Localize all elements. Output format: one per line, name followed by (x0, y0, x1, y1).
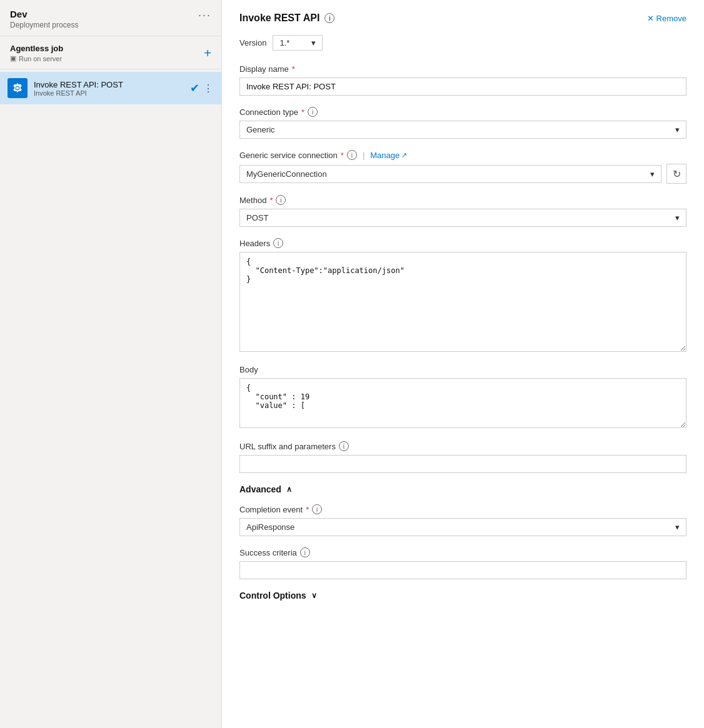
job-meta-text: Run on server (19, 55, 62, 62)
connection-value: MyGenericConnection (246, 169, 327, 179)
connection-type-info-icon[interactable]: i (308, 107, 318, 117)
remove-label: Remove (656, 14, 686, 23)
sidebar-header: Dev Deployment process ··· (0, 0, 221, 36)
task-actions: ✔ ⋮ (190, 81, 214, 95)
connection-type-select[interactable]: Generic ▾ (239, 121, 686, 139)
panel-header: Invoke REST API i ✕ Remove (239, 12, 686, 24)
manage-link[interactable]: Manage ↗ (370, 151, 407, 160)
task-item[interactable]: Invoke REST API: POST Invoke REST API ✔ … (0, 72, 221, 104)
display-name-label: Display name * (239, 64, 686, 74)
panel-title: Invoke REST API i (239, 12, 334, 24)
version-row: Version 1.* ▾ (239, 35, 686, 51)
main-panel: Invoke REST API i ✕ Remove Version 1.* ▾… (222, 0, 704, 728)
control-options-chevron-icon: ∨ (311, 591, 317, 600)
sidebar-title: Dev (10, 9, 78, 19)
control-options-label: Control Options (239, 591, 306, 601)
control-options-section-header[interactable]: Control Options ∨ (239, 591, 686, 601)
required-star: * (269, 196, 273, 205)
job-meta: ▣ Run on server (10, 54, 63, 62)
advanced-chevron-icon: ∧ (286, 485, 292, 494)
method-group: Method * i POST ▾ (239, 195, 686, 227)
required-star: * (301, 107, 304, 117)
remove-x-icon: ✕ (647, 14, 654, 23)
connection-type-value: Generic (246, 125, 275, 134)
headers-label: Headers i (239, 238, 686, 248)
sidebar-subtitle: Deployment process (10, 21, 78, 29)
headers-textarea[interactable]: { "Content-Type":"application/json" } (239, 252, 686, 352)
url-suffix-info-icon[interactable]: i (339, 441, 349, 451)
method-label: Method * i (239, 195, 686, 205)
body-group: Body { "count" : 19 "value" : [ (239, 365, 686, 430)
required-star: * (292, 64, 295, 74)
completion-event-select[interactable]: ApiResponse ▾ (239, 518, 686, 536)
add-task-button[interactable]: + (204, 46, 211, 61)
display-name-group: Display name * (239, 64, 686, 96)
required-star: * (306, 505, 309, 514)
completion-chevron-icon: ▾ (675, 522, 680, 532)
connection-type-label: Connection type * i (239, 107, 686, 117)
task-more-button[interactable]: ⋮ (203, 82, 214, 94)
method-info-icon[interactable]: i (276, 195, 286, 205)
gear-icon (12, 82, 23, 94)
body-label: Body (239, 365, 686, 374)
pipe-separator: | (363, 151, 365, 160)
completion-event-info-icon[interactable]: i (312, 504, 322, 514)
service-connection-row: MyGenericConnection ▾ ↻ (239, 164, 686, 184)
display-name-input[interactable] (239, 77, 686, 96)
headers-info-icon[interactable]: i (273, 238, 283, 248)
service-connection-select[interactable]: MyGenericConnection ▾ (239, 165, 661, 183)
generic-service-group: Generic service connection * i | Manage … (239, 150, 686, 184)
required-star: * (341, 151, 344, 160)
task-check-icon: ✔ (190, 81, 199, 95)
version-chevron-icon: ▾ (311, 38, 316, 47)
headers-group: Headers i { "Content-Type":"application/… (239, 238, 686, 354)
version-label: Version (239, 38, 266, 47)
sidebar-title-group: Dev Deployment process (10, 9, 78, 29)
body-textarea[interactable]: { "count" : 19 "value" : [ (239, 378, 686, 428)
url-suffix-group: URL suffix and parameters i (239, 441, 686, 473)
job-title: Agentless job (10, 44, 63, 53)
completion-event-label: Completion event * i (239, 504, 686, 514)
url-suffix-input[interactable] (239, 455, 686, 473)
success-criteria-info-icon[interactable]: i (300, 547, 310, 557)
success-criteria-group: Success criteria i (239, 547, 686, 579)
generic-service-info-icon[interactable]: i (347, 150, 357, 160)
completion-event-group: Completion event * i ApiResponse ▾ (239, 504, 686, 536)
success-criteria-input[interactable] (239, 561, 686, 579)
connection-type-chevron-icon: ▾ (675, 125, 680, 134)
job-section: Agentless job ▣ Run on server + (0, 36, 221, 69)
job-info: Agentless job ▣ Run on server (10, 44, 63, 62)
service-chevron-icon: ▾ (650, 169, 655, 179)
task-type: Invoke REST API (34, 89, 184, 97)
success-criteria-label: Success criteria i (239, 547, 686, 557)
server-icon: ▣ (10, 54, 16, 62)
task-icon (8, 78, 28, 98)
method-value: POST (246, 213, 268, 222)
version-select[interactable]: 1.* ▾ (273, 35, 323, 51)
task-name: Invoke REST API: POST (34, 80, 184, 89)
version-value: 1.* (279, 38, 289, 47)
panel-info-icon[interactable]: i (324, 13, 334, 23)
remove-button[interactable]: ✕ Remove (647, 14, 686, 23)
method-select[interactable]: POST ▾ (239, 209, 686, 227)
refresh-button[interactable]: ↻ (666, 164, 686, 184)
sidebar-menu-button[interactable]: ··· (198, 9, 211, 22)
external-link-icon: ↗ (401, 151, 407, 159)
method-chevron-icon: ▾ (675, 213, 680, 222)
advanced-section-header[interactable]: Advanced ∧ (239, 484, 686, 494)
advanced-label: Advanced (239, 484, 281, 494)
completion-event-value: ApiResponse (246, 522, 294, 532)
connection-type-group: Connection type * i Generic ▾ (239, 107, 686, 139)
generic-service-label: Generic service connection * i | Manage … (239, 150, 686, 160)
sidebar: Dev Deployment process ··· Agentless job… (0, 0, 222, 728)
task-text: Invoke REST API: POST Invoke REST API (34, 80, 184, 97)
url-suffix-label: URL suffix and parameters i (239, 441, 686, 451)
panel-title-text: Invoke REST API (239, 12, 319, 24)
